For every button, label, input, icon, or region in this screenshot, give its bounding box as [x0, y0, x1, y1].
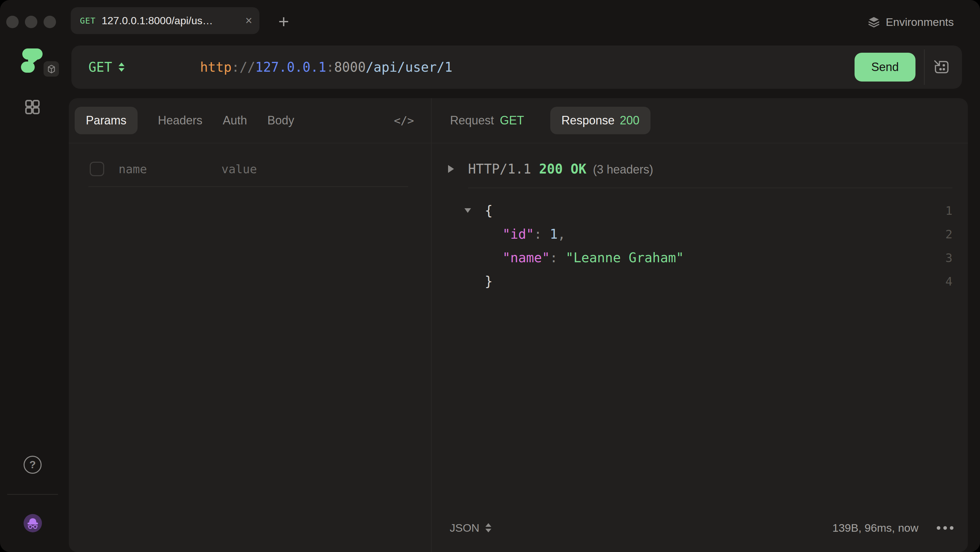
param-enabled-checkbox[interactable] — [90, 162, 104, 176]
response-footer: JSON 139B, 96ms, now — [432, 520, 968, 536]
window-close-button[interactable] — [6, 16, 19, 28]
response-status-row[interactable]: HTTP/1.1 200 OK (3 headers) — [432, 160, 968, 178]
arrow-into-box-icon — [933, 59, 950, 75]
url-scheme-separator: :// — [232, 60, 255, 75]
url-scheme: http — [200, 60, 232, 75]
code-view-icon[interactable]: </> — [394, 98, 414, 143]
format-select[interactable]: JSON — [450, 522, 491, 534]
grid-icon — [24, 99, 41, 115]
tab-params-label: Params — [86, 114, 126, 127]
workspace-badge[interactable] — [44, 61, 59, 77]
json-line: "name": "Leanne Graham"3 — [432, 246, 968, 270]
url-host: 127.0.0.1 — [255, 60, 326, 75]
app-window: GET 127.0.0.1:8000/api/us… × + Environme… — [0, 0, 980, 552]
expand-headers-icon[interactable] — [448, 165, 454, 173]
method-select-arrows-icon — [119, 62, 124, 72]
url-port: 8000 — [334, 60, 366, 75]
tab-response-label: Response — [562, 114, 614, 127]
line-number: 1 — [945, 204, 953, 217]
response-body[interactable]: {1"id": 1,2"name": "Leanne Graham"3}4 — [432, 199, 968, 293]
tab-params[interactable]: Params — [75, 107, 138, 134]
url-bar-divider — [924, 49, 924, 85]
json-code: { — [485, 203, 493, 218]
tab-close-icon[interactable]: × — [245, 15, 252, 27]
new-tab-button[interactable]: + — [274, 13, 293, 31]
dot-icon — [937, 526, 940, 530]
main-panel: Params Headers Auth Body </> Request GET — [69, 98, 968, 552]
response-meta: 139B, 96ms, now — [832, 522, 918, 534]
cube-icon — [47, 65, 56, 74]
tab-headers[interactable]: Headers — [158, 114, 202, 127]
fold-toggle-icon[interactable] — [465, 208, 471, 213]
param-name-input[interactable] — [119, 161, 213, 177]
status-protocol: HTTP/1.1 — [468, 162, 531, 176]
json-code: "name": "Leanne Graham" — [503, 250, 684, 265]
json-line: "id": 1,2 — [432, 222, 968, 246]
response-actions-button[interactable] — [937, 526, 953, 530]
url-input[interactable]: http://127.0.0.1:8000/api/user/1 — [153, 44, 452, 90]
url-port-separator: : — [326, 60, 334, 75]
tab-response-status: 200 — [620, 114, 640, 127]
tab-method-badge: GET — [80, 16, 95, 25]
tab-request[interactable]: Request GET — [450, 114, 524, 127]
sidebar-divider — [7, 494, 58, 495]
dot-icon — [950, 526, 953, 530]
json-line: {1 — [432, 199, 968, 222]
environments-label: Environments — [886, 16, 954, 29]
tab-title: 127.0.0.1:8000/api/us… — [102, 15, 240, 27]
method-label: GET — [88, 60, 112, 75]
json-code: "id": 1, — [503, 227, 566, 242]
tab-request-label: Request — [450, 114, 494, 127]
status-code: 200 OK — [531, 162, 587, 176]
dot-icon — [943, 526, 947, 530]
json-code: } — [485, 274, 493, 289]
line-number: 4 — [945, 275, 953, 288]
json-line: }4 — [432, 270, 968, 293]
layers-icon — [867, 15, 880, 29]
param-row-separator — [88, 186, 408, 187]
import-panel-button[interactable] — [933, 59, 950, 75]
format-label: JSON — [450, 522, 479, 534]
status-separator — [468, 187, 953, 188]
url-bar: GET http://127.0.0.1:8000/api/user/1 Sen… — [72, 46, 962, 89]
help-button[interactable]: ? — [24, 456, 41, 474]
param-value-input[interactable] — [221, 161, 405, 177]
request-tabs: Params Headers Auth Body </> — [69, 98, 431, 143]
tab-request-method: GET — [500, 114, 524, 127]
tab-response[interactable]: Response 200 — [550, 107, 651, 134]
request-tab[interactable]: GET 127.0.0.1:8000/api/us… × — [71, 7, 259, 34]
environments-button[interactable]: Environments — [867, 13, 954, 31]
send-button[interactable]: Send — [854, 53, 915, 81]
window-zoom-button[interactable] — [44, 16, 56, 28]
url-path: /api/user/1 — [366, 60, 453, 75]
format-select-arrows-icon — [485, 523, 491, 532]
user-avatar[interactable] — [24, 514, 42, 532]
status-headers-note: (3 headers) — [593, 163, 653, 176]
question-mark-icon: ? — [29, 459, 36, 471]
window-minimize-button[interactable] — [25, 16, 37, 28]
window-controls — [6, 16, 56, 28]
response-tabs: Request GET Response 200 — [432, 98, 968, 143]
yaak-logo — [21, 48, 43, 73]
line-number: 3 — [945, 251, 953, 265]
tab-body[interactable]: Body — [267, 114, 294, 127]
request-pane: Params Headers Auth Body </> — [69, 98, 431, 552]
response-pane: Request GET Response 200 HTTP/1.1 200 OK… — [432, 98, 968, 552]
line-number: 2 — [945, 228, 953, 241]
workspace-grid-button[interactable] — [24, 99, 41, 115]
param-row — [69, 161, 431, 177]
tab-auth[interactable]: Auth — [223, 114, 247, 127]
method-select[interactable]: GET — [88, 60, 124, 75]
